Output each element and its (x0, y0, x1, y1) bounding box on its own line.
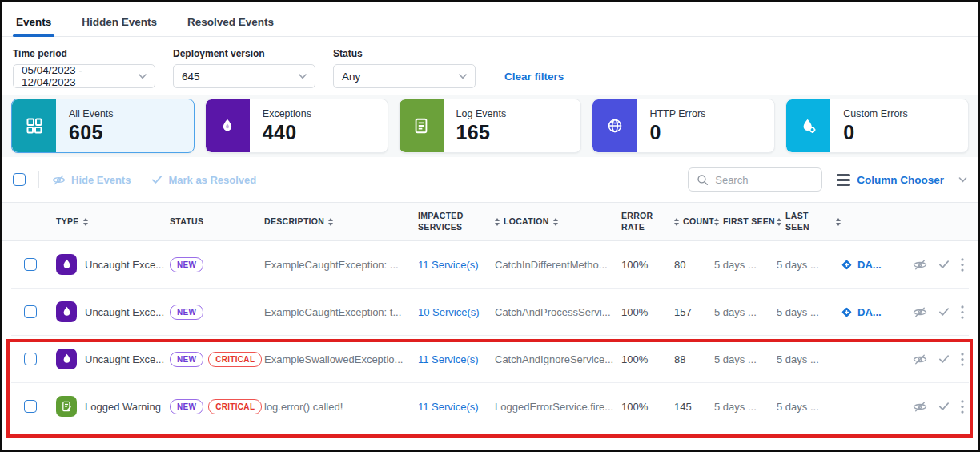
eye-slash-icon (913, 259, 927, 271)
impacted-services-link[interactable]: 11 Service(s) (418, 401, 479, 413)
kebab-icon (961, 353, 964, 366)
card-body: Custom Errors 0 (830, 99, 908, 152)
mark-resolved-button[interactable]: Mark as Resolved (151, 174, 256, 186)
card-exceptions[interactable]: Exceptions 440 (205, 99, 388, 153)
deployment-version-label: Deployment version (173, 48, 315, 59)
hide-row-button[interactable] (913, 306, 927, 318)
impacted-services-link[interactable]: 11 Service(s) (418, 259, 479, 271)
header-location[interactable]: LOCATION (495, 216, 621, 227)
resolve-row-button[interactable] (938, 402, 950, 411)
search-input[interactable] (715, 174, 803, 186)
card-icon-block (592, 99, 637, 152)
sort-icon[interactable] (83, 218, 88, 226)
time-period-filter: Time period 05/04/2023 - 12/04/2023 (13, 48, 155, 88)
sort-icon[interactable] (553, 218, 558, 226)
header-location-label: LOCATION (504, 216, 549, 227)
clear-filters-button[interactable]: Clear filters (504, 71, 564, 83)
tab-resolved-events[interactable]: Resolved Events (184, 11, 277, 36)
card-custom-errors[interactable]: Custom Errors 0 (785, 99, 969, 153)
event-location: CatchAndProcessServi... (495, 306, 621, 318)
hide-events-button[interactable]: Hide Events (52, 174, 131, 186)
diamond-plus-icon (841, 306, 853, 318)
card-log-events[interactable]: Log Events 165 (399, 99, 582, 153)
exception-type-icon (56, 254, 77, 275)
sort-icon[interactable] (777, 218, 781, 226)
row-menu-button[interactable] (961, 305, 964, 319)
header-first-seen-label: FIRST SEEN (723, 216, 775, 227)
hamburger-icon (837, 174, 850, 186)
row-menu-button[interactable] (961, 400, 964, 414)
select-all-checkbox[interactable] (13, 173, 26, 186)
mark-resolved-label: Mark as Resolved (168, 174, 256, 186)
eye-slash-icon (52, 174, 66, 186)
card-icon-block (12, 99, 56, 152)
table-header: TYPE STATUS DESCRIPTION IMPACTED SERVICE… (2, 202, 978, 241)
sort-icon[interactable] (714, 218, 719, 226)
resolve-row-button[interactable] (938, 307, 950, 317)
sort-icon[interactable] (674, 218, 679, 226)
table-body: Uncaught Exce... NEW ExampleCaughtExcept… (2, 241, 978, 430)
column-chooser-label: Column Chooser (857, 174, 944, 186)
row-menu-button[interactable] (961, 353, 964, 366)
event-description: ExampleCaughtException: ... (264, 259, 418, 271)
row-checkbox[interactable] (24, 400, 37, 413)
header-type[interactable]: TYPE (56, 216, 170, 227)
status-select[interactable]: Any (333, 64, 476, 88)
first-seen-value: 5 days ... (714, 353, 777, 365)
filter-bar: Time period 05/04/2023 - 12/04/2023 Depl… (2, 37, 978, 88)
hide-row-button[interactable] (913, 401, 927, 413)
card-body: Exceptions 440 (250, 99, 311, 152)
header-first-seen[interactable]: FIRST SEEN (714, 216, 777, 227)
row-checkbox[interactable] (24, 305, 37, 318)
header-error-rate: ERROR RATE (621, 211, 657, 232)
sort-icon[interactable] (495, 218, 500, 226)
chevron-down-icon[interactable] (958, 177, 967, 183)
search-icon (697, 174, 709, 186)
row-menu-button[interactable] (961, 258, 964, 272)
summary-cards-strip: All Events 605 Exceptions 440 Log Ev (2, 95, 978, 157)
summary-cards: All Events 605 Exceptions 440 Log Ev (11, 99, 969, 153)
row-checkbox[interactable] (24, 353, 37, 365)
tab-hidden-events[interactable]: Hidden Events (78, 11, 160, 36)
last-seen-value: 5 days ... (777, 401, 841, 413)
card-icon-block (786, 99, 830, 152)
error-rate-value: 100% (621, 259, 674, 271)
logged-warning-type-icon (56, 396, 77, 417)
card-icon-block (206, 99, 250, 152)
event-description: ExampleSwallowedExceptio... (264, 353, 418, 365)
time-period-select[interactable]: 05/04/2023 - 12/04/2023 (13, 64, 155, 88)
resolve-row-button[interactable] (938, 260, 950, 269)
impacted-services-link[interactable]: 11 Service(s) (418, 353, 479, 365)
column-chooser-button[interactable]: Column Chooser (837, 174, 967, 186)
count-value: 80 (674, 259, 714, 271)
hide-row-button[interactable] (913, 259, 927, 271)
deployment-version-select[interactable]: 645 (173, 64, 315, 88)
header-count[interactable]: COUNT (674, 216, 714, 227)
events-dashboard: Events Hidden Events Resolved Events Tim… (0, 0, 980, 452)
row-checkbox[interactable] (24, 258, 37, 271)
sort-icon[interactable] (836, 218, 841, 226)
status-filter: Status Any (333, 48, 476, 88)
tab-events[interactable]: Events (13, 11, 54, 36)
first-seen-value: 5 days ... (714, 259, 777, 271)
integration-tag[interactable]: DA... (841, 306, 898, 318)
integration-tag[interactable]: DA... (841, 259, 898, 271)
card-http-errors[interactable]: HTTP Errors 0 (592, 99, 775, 153)
hide-row-button[interactable] (913, 353, 927, 365)
header-last-seen[interactable]: LAST SEEN (777, 211, 841, 232)
sort-icon[interactable] (328, 218, 333, 226)
chevron-down-icon (299, 74, 307, 79)
deployment-version-value: 645 (182, 71, 200, 83)
status-label: Status (333, 48, 476, 59)
card-label: Custom Errors (843, 108, 908, 119)
divider (38, 171, 39, 188)
header-description[interactable]: DESCRIPTION (264, 216, 418, 227)
card-all-events[interactable]: All Events 605 (11, 99, 195, 153)
impacted-services-link[interactable]: 10 Service(s) (418, 306, 480, 318)
kebab-icon (961, 258, 964, 272)
chevron-down-icon (139, 74, 147, 79)
card-icon-block (400, 99, 444, 152)
header-description-label: DESCRIPTION (264, 216, 324, 227)
resolve-row-button[interactable] (938, 354, 950, 364)
deployment-version-filter: Deployment version 645 (173, 48, 315, 88)
